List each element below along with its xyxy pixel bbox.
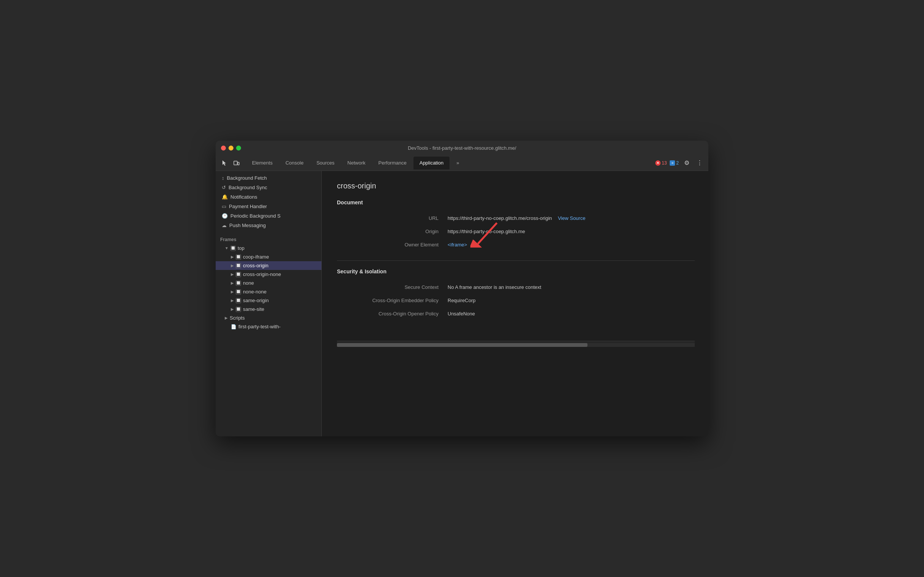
tab-network[interactable]: Network bbox=[341, 156, 372, 169]
script-file-label: first-party-test-with- bbox=[238, 324, 280, 329]
security-info-table: Secure Context No A frame ancestor is an… bbox=[337, 280, 695, 320]
coop-label: Cross-Origin Opener Policy bbox=[337, 307, 443, 320]
frame-icon: ⬜ bbox=[236, 298, 241, 303]
section-divider bbox=[337, 260, 695, 261]
frame-none-none[interactable]: ▶ ⬜ none-none bbox=[216, 287, 321, 296]
chevron-right-icon: ▶ bbox=[231, 307, 234, 311]
sidebar-item-label: Notifications bbox=[230, 194, 258, 200]
scripts-section[interactable]: ▶ Scripts bbox=[216, 314, 321, 322]
periodic-bg-sync-icon: 🕐 bbox=[222, 213, 228, 219]
frame-cross-origin[interactable]: ▶ ⬜ cross-origin bbox=[216, 261, 321, 270]
titlebar: DevTools - first-party-test-with-resourc… bbox=[216, 141, 708, 155]
chevron-right-icon: ▶ bbox=[231, 290, 234, 294]
frame-same-origin-label: same-origin bbox=[243, 298, 269, 303]
scrollbar-track[interactable] bbox=[337, 343, 695, 347]
tab-more[interactable]: » bbox=[450, 156, 465, 169]
sidebar-item-label: Background Sync bbox=[229, 185, 267, 190]
frame-same-origin[interactable]: ▶ ⬜ same-origin bbox=[216, 296, 321, 305]
frame-icon: ⬜ bbox=[236, 289, 241, 295]
tab-performance[interactable]: Performance bbox=[372, 156, 412, 169]
warning-icon: ≡ bbox=[670, 160, 675, 166]
coop-value: UnsafeNone bbox=[443, 307, 695, 320]
frame-icon: ⬜ bbox=[236, 307, 241, 312]
sidebar-item-periodic-background-sync[interactable]: 🕐 Periodic Background S bbox=[216, 211, 321, 221]
frame-icon: ⬜ bbox=[236, 280, 241, 286]
frame-icon: ⬜ bbox=[230, 246, 236, 251]
sidebar-item-background-fetch[interactable]: ↕ Background Fetch bbox=[216, 173, 321, 183]
url-label: URL bbox=[337, 211, 443, 225]
sidebar-item-notifications[interactable]: 🔔 Notifications bbox=[216, 192, 321, 202]
close-button[interactable] bbox=[221, 145, 226, 150]
table-row: Origin https://third-party-no-coep.glitc… bbox=[337, 225, 695, 238]
maximize-button[interactable] bbox=[236, 145, 241, 150]
settings-icon[interactable]: ⚙ bbox=[682, 158, 692, 168]
frame-none-none-label: none-none bbox=[243, 289, 266, 295]
toolbar-right: ✕ 13 ≡ 2 ⚙ ⋮ bbox=[655, 158, 705, 168]
sidebar-item-background-sync[interactable]: ↺ Background Sync bbox=[216, 183, 321, 192]
error-icon: ✕ bbox=[655, 160, 661, 166]
table-row: Cross-Origin Embedder Policy RequireCorp bbox=[337, 294, 695, 307]
frame-coop-iframe-label: coop-iframe bbox=[243, 254, 269, 259]
chevron-right-icon: ▶ bbox=[225, 316, 228, 320]
document-section-header: Document bbox=[337, 200, 695, 205]
tab-sources[interactable]: Sources bbox=[311, 156, 341, 169]
sidebar-item-push-messaging[interactable]: ☁ Push Messaging bbox=[216, 221, 321, 230]
sidebar-item-payment-handler[interactable]: ▭ Payment Handler bbox=[216, 202, 321, 211]
frame-cross-origin-label: cross-origin bbox=[243, 263, 268, 268]
content-area: cross-origin Document URL https://third-… bbox=[323, 171, 708, 436]
frame-none[interactable]: ▶ ⬜ none bbox=[216, 279, 321, 287]
chevron-right-icon: ▶ bbox=[231, 281, 234, 285]
errors-badge[interactable]: ✕ 13 bbox=[655, 160, 666, 166]
frame-coop-iframe[interactable]: ▶ ⬜ coop-iframe bbox=[216, 253, 321, 261]
owner-element-value: <iframe> bbox=[443, 238, 695, 251]
minimize-button[interactable] bbox=[229, 145, 233, 150]
device-toggle-icon[interactable] bbox=[232, 158, 241, 168]
chevron-right-icon: ▶ bbox=[231, 298, 234, 303]
url-value: https://third-party-no-coep.glitch.me/cr… bbox=[443, 211, 695, 225]
document-info-table: URL https://third-party-no-coep.glitch.m… bbox=[337, 211, 695, 251]
svg-rect-0 bbox=[234, 161, 237, 165]
origin-label: Origin bbox=[337, 225, 443, 238]
frame-icon: ⬜ bbox=[236, 263, 241, 268]
notifications-icon: 🔔 bbox=[222, 194, 228, 200]
more-options-icon[interactable]: ⋮ bbox=[695, 158, 705, 168]
sidebar-item-label: Background Fetch bbox=[227, 175, 267, 181]
origin-value: https://third-party-no-coep.glitch.me bbox=[443, 225, 695, 238]
frame-top-label: top bbox=[238, 245, 245, 251]
tab-elements[interactable]: Elements bbox=[246, 156, 278, 169]
frame-top[interactable]: ▼ ⬜ top bbox=[216, 244, 321, 253]
chevron-down-icon: ▼ bbox=[225, 246, 229, 250]
cursor-icon[interactable] bbox=[219, 158, 229, 168]
scrollbar-thumb[interactable] bbox=[337, 343, 588, 347]
frame-same-site-label: same-site bbox=[243, 306, 264, 312]
frame-none-label: none bbox=[243, 280, 254, 286]
traffic-lights bbox=[221, 145, 241, 150]
frame-cross-origin-none[interactable]: ▶ ⬜ cross-origin-none bbox=[216, 270, 321, 279]
secure-context-value: No A frame ancestor is an insecure conte… bbox=[443, 280, 695, 294]
coep-value: RequireCorp bbox=[443, 294, 695, 307]
chevron-right-icon: ▶ bbox=[231, 263, 234, 268]
background-sync-icon: ↺ bbox=[222, 185, 226, 190]
warnings-badge[interactable]: ≡ 2 bbox=[670, 160, 679, 166]
file-icon: 📄 bbox=[231, 324, 237, 329]
security-section-header: Security & Isolation bbox=[337, 268, 695, 274]
devtools-window: DevTools - first-party-test-with-resourc… bbox=[216, 141, 708, 436]
script-file-item[interactable]: 📄 first-party-test-with- bbox=[216, 322, 321, 331]
sidebar-item-label: Push Messaging bbox=[229, 222, 266, 228]
table-row: Secure Context No A frame ancestor is an… bbox=[337, 280, 695, 294]
frame-icon: ⬜ bbox=[236, 255, 241, 259]
table-row: URL https://third-party-no-coep.glitch.m… bbox=[337, 211, 695, 225]
chevron-right-icon: ▶ bbox=[231, 255, 234, 259]
table-row: Cross-Origin Opener Policy UnsafeNone bbox=[337, 307, 695, 320]
sidebar-item-label: Periodic Background S bbox=[230, 213, 280, 219]
frame-same-site[interactable]: ▶ ⬜ same-site bbox=[216, 305, 321, 314]
coep-label: Cross-Origin Embedder Policy bbox=[337, 294, 443, 307]
tab-console[interactable]: Console bbox=[279, 156, 310, 169]
sidebar: ↕ Background Fetch ↺ Background Sync 🔔 N… bbox=[216, 171, 322, 436]
tab-application[interactable]: Application bbox=[414, 156, 450, 169]
view-source-link[interactable]: View Source bbox=[558, 215, 586, 221]
table-row: Owner Element <iframe> bbox=[337, 238, 695, 251]
iframe-link[interactable]: <iframe> bbox=[448, 242, 467, 248]
svg-rect-1 bbox=[238, 162, 239, 165]
page-title: cross-origin bbox=[337, 182, 695, 190]
